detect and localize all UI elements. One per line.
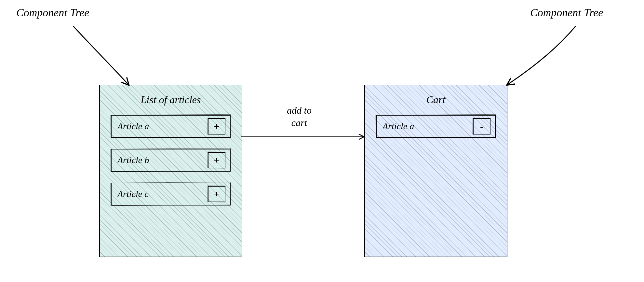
label-text: Component Tree xyxy=(530,7,603,19)
label-line1: add to xyxy=(287,105,312,116)
add-button[interactable]: + xyxy=(208,152,225,168)
article-row: Article a + xyxy=(111,115,231,138)
plus-icon: + xyxy=(214,189,219,200)
add-button[interactable]: + xyxy=(208,118,225,134)
cart-item-label: Article a xyxy=(382,121,414,132)
article-row: Article c + xyxy=(111,183,231,205)
arrow-tree-to-articles xyxy=(73,26,128,85)
diagram-stage: Component Tree Component Tree List of ar… xyxy=(0,0,644,282)
article-row: Article b + xyxy=(111,149,231,172)
minus-icon: - xyxy=(480,121,483,132)
label-line2: cart xyxy=(291,117,307,128)
label-add-to-cart: add to cart xyxy=(270,104,329,129)
cart-row: Article a - xyxy=(376,115,496,138)
plus-icon: + xyxy=(214,121,219,132)
panel-cart: Cart Article a - xyxy=(364,85,507,257)
label-text: Component Tree xyxy=(16,7,89,19)
panel-articles: List of articles Article a + Article b +… xyxy=(99,85,242,257)
article-label: Article b xyxy=(117,155,149,165)
arrow-tree-to-cart xyxy=(507,26,576,85)
panel-articles-title: List of articles xyxy=(111,94,231,106)
plus-icon: + xyxy=(214,155,219,166)
remove-button[interactable]: - xyxy=(473,118,490,134)
arrows-overlay xyxy=(0,0,644,282)
cart-rows: Article a - xyxy=(376,115,496,138)
label-component-tree-right: Component Tree xyxy=(530,7,603,19)
add-button[interactable]: + xyxy=(208,186,225,202)
article-label: Article a xyxy=(117,121,149,132)
article-label: Article c xyxy=(117,189,149,199)
panel-cart-title: Cart xyxy=(376,94,496,106)
label-component-tree-left: Component Tree xyxy=(16,7,89,19)
articles-rows: Article a + Article b + Article c + xyxy=(111,115,231,205)
